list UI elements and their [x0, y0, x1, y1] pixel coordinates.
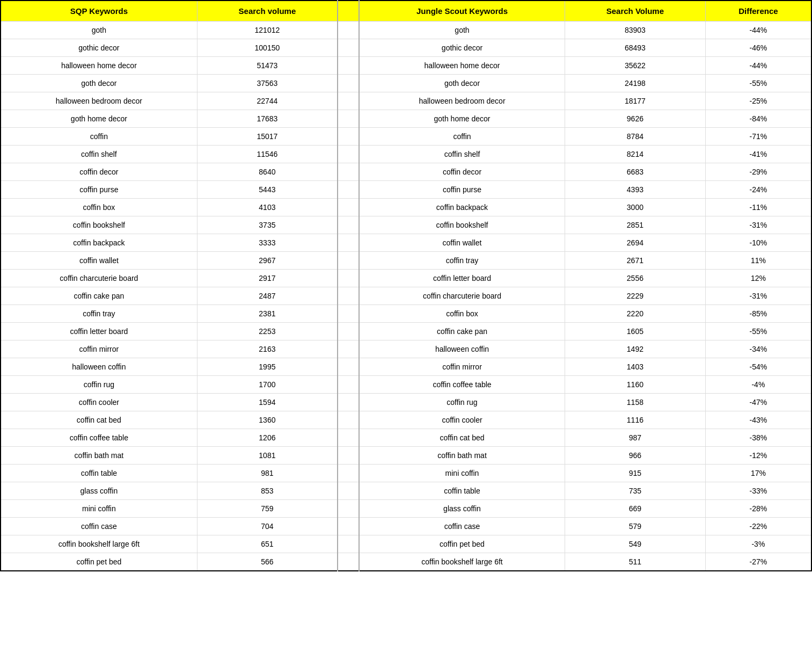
sqp-volume-cell: 5443 — [197, 181, 338, 199]
sqp-keyword-cell: coffin pet bed — [1, 553, 197, 571]
diff-cell: -71% — [705, 128, 811, 146]
diff-cell: -41% — [705, 146, 811, 163]
table-row: mini coffin759glass coffin669-28% — [1, 500, 811, 518]
table-row: coffin cat bed1360coffin cooler1116-43% — [1, 411, 811, 429]
header-divider — [338, 1, 359, 21]
diff-cell: -11% — [705, 199, 811, 216]
js-volume-cell: 1158 — [565, 394, 705, 411]
table-row: gothic decor100150gothic decor68493-46% — [1, 39, 811, 57]
divider-cell — [338, 216, 359, 234]
js-volume-cell: 915 — [565, 465, 705, 482]
js-volume-cell: 2694 — [565, 234, 705, 252]
js-volume-cell: 2671 — [565, 252, 705, 270]
header-sqp-volume: Search volume — [197, 1, 338, 21]
sqp-volume-cell: 4103 — [197, 199, 338, 216]
js-volume-cell: 735 — [565, 482, 705, 500]
js-volume-cell: 35622 — [565, 57, 705, 75]
sqp-keyword-cell: halloween bedroom decor — [1, 92, 197, 110]
header-js-volume: Search Volume — [565, 1, 705, 21]
sqp-keyword-cell: gothic decor — [1, 39, 197, 57]
js-volume-cell: 3000 — [565, 199, 705, 216]
table-row: coffin wallet2967coffin tray267111% — [1, 252, 811, 270]
js-keyword-cell: coffin charcuterie board — [359, 287, 565, 305]
js-keyword-cell: glass coffin — [359, 500, 565, 518]
divider-cell — [338, 163, 359, 181]
js-keyword-cell: coffin cat bed — [359, 429, 565, 447]
sqp-keyword-cell: halloween home decor — [1, 57, 197, 75]
divider-cell — [338, 181, 359, 199]
js-volume-cell: 4393 — [565, 181, 705, 199]
table-row: coffin rug1700coffin coffee table1160-4% — [1, 376, 811, 394]
divider-cell — [338, 429, 359, 447]
main-container: SQP Keywords Search volume Jungle Scout … — [0, 0, 812, 667]
table-row: goth home decor17683goth home decor9626-… — [1, 110, 811, 128]
diff-cell: -22% — [705, 518, 811, 535]
sqp-keyword-cell: coffin wallet — [1, 252, 197, 270]
js-keyword-cell: coffin — [359, 128, 565, 146]
sqp-keyword-cell: coffin backpack — [1, 234, 197, 252]
diff-cell: -55% — [705, 75, 811, 92]
sqp-keyword-cell: coffin table — [1, 465, 197, 482]
divider-cell — [338, 323, 359, 340]
js-volume-cell: 669 — [565, 500, 705, 518]
divider-cell — [338, 110, 359, 128]
divider-cell — [338, 146, 359, 163]
diff-cell: -84% — [705, 110, 811, 128]
sqp-volume-cell: 3333 — [197, 234, 338, 252]
diff-cell: -44% — [705, 57, 811, 75]
sqp-keyword-cell: coffin — [1, 128, 197, 146]
divider-cell — [338, 358, 359, 376]
js-keyword-cell: coffin decor — [359, 163, 565, 181]
divider-cell — [338, 287, 359, 305]
divider-cell — [338, 535, 359, 553]
sqp-keyword-cell: goth home decor — [1, 110, 197, 128]
sqp-volume-cell: 100150 — [197, 39, 338, 57]
js-volume-cell: 2229 — [565, 287, 705, 305]
sqp-volume-cell: 8640 — [197, 163, 338, 181]
sqp-volume-cell: 121012 — [197, 21, 338, 39]
divider-cell — [338, 199, 359, 216]
js-keyword-cell: halloween bedroom decor — [359, 92, 565, 110]
sqp-volume-cell: 2967 — [197, 252, 338, 270]
js-volume-cell: 579 — [565, 518, 705, 535]
table-row: coffin tray2381coffin box2220-85% — [1, 305, 811, 323]
header-sqp-keywords: SQP Keywords — [1, 1, 197, 21]
js-keyword-cell: goth — [359, 21, 565, 39]
sqp-keyword-cell: coffin bookshelf — [1, 216, 197, 234]
sqp-keyword-cell: coffin tray — [1, 305, 197, 323]
divider-cell — [338, 482, 359, 500]
table-row: coffin case704coffin case579-22% — [1, 518, 811, 535]
sqp-volume-cell: 2917 — [197, 270, 338, 287]
divider-cell — [338, 500, 359, 518]
js-keyword-cell: coffin bookshelf — [359, 216, 565, 234]
js-volume-cell: 24198 — [565, 75, 705, 92]
table-row: coffin bookshelf3735coffin bookshelf2851… — [1, 216, 811, 234]
js-volume-cell: 83903 — [565, 21, 705, 39]
diff-cell: 11% — [705, 252, 811, 270]
divider-cell — [338, 234, 359, 252]
sqp-keyword-cell: coffin rug — [1, 376, 197, 394]
table-row: coffin letter board2253coffin cake pan16… — [1, 323, 811, 340]
table-row: goth121012goth83903-44% — [1, 21, 811, 39]
js-keyword-cell: coffin bookshelf large 6ft — [359, 553, 565, 571]
sqp-volume-cell: 759 — [197, 500, 338, 518]
diff-cell: -33% — [705, 482, 811, 500]
divider-cell — [338, 518, 359, 535]
sqp-volume-cell: 566 — [197, 553, 338, 571]
js-volume-cell: 511 — [565, 553, 705, 571]
sqp-volume-cell: 704 — [197, 518, 338, 535]
sqp-volume-cell: 15017 — [197, 128, 338, 146]
diff-cell: -10% — [705, 234, 811, 252]
sqp-keyword-cell: coffin bookshelf large 6ft — [1, 535, 197, 553]
header-js-keywords: Jungle Scout Keywords — [359, 1, 565, 21]
sqp-keyword-cell: halloween coffin — [1, 358, 197, 376]
sqp-volume-cell: 651 — [197, 535, 338, 553]
table-row: coffin table981mini coffin91517% — [1, 465, 811, 482]
sqp-keyword-cell: coffin decor — [1, 163, 197, 181]
diff-cell: -24% — [705, 181, 811, 199]
js-volume-cell: 2220 — [565, 305, 705, 323]
diff-cell: -25% — [705, 92, 811, 110]
diff-cell: -34% — [705, 340, 811, 358]
sqp-keyword-cell: glass coffin — [1, 482, 197, 500]
diff-cell: -44% — [705, 21, 811, 39]
